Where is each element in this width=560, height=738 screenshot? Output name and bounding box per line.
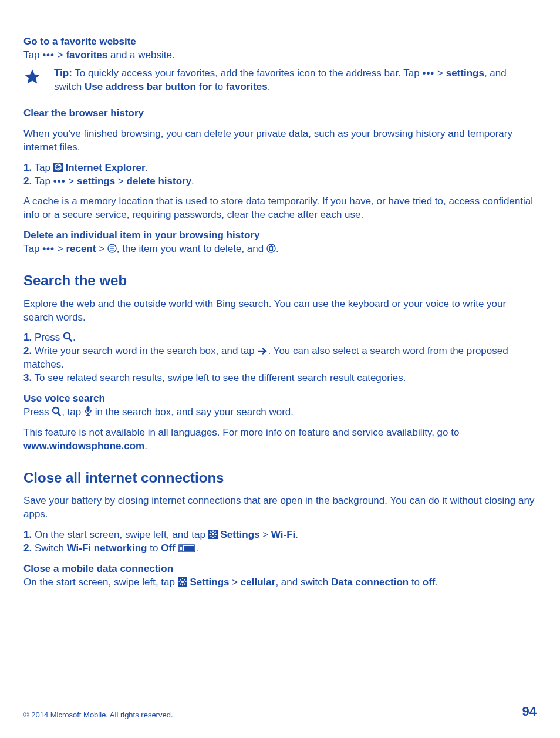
text: . [436, 577, 438, 588]
text: Tap [32, 162, 53, 173]
data-connection-label: Data connection [331, 577, 409, 588]
cellular-label: cellular [241, 577, 276, 588]
text: . [268, 81, 271, 92]
page-footer: © 2014 Microsoft Mobile. All rights rese… [23, 703, 537, 720]
off-label: Off [161, 542, 176, 554]
page-number: 94 [522, 703, 537, 720]
text: Tap [23, 49, 42, 60]
text: , tap [62, 406, 84, 417]
text: . [295, 529, 298, 540]
text: to [212, 81, 226, 92]
text: . [191, 176, 194, 187]
svg-line-17 [58, 413, 60, 416]
text: , the item you want to delete, and [117, 243, 266, 254]
settings-label: settings [77, 176, 115, 187]
svg-line-41 [184, 584, 185, 585]
text: To see related search results, swipe lef… [32, 372, 406, 383]
search-icon [52, 406, 62, 416]
text: . [276, 243, 279, 254]
select-icon [107, 244, 117, 253]
delete-item-body: Tap ••• > recent > , the item you want t… [23, 242, 537, 256]
search-web-p1: Explore the web and the outside world wi… [23, 298, 537, 325]
heading-close-connections: Close all internet connections [23, 469, 537, 487]
svg-rect-18 [87, 406, 90, 412]
text: This feature is not available in all lan… [23, 427, 459, 438]
svg-marker-0 [25, 69, 40, 83]
close-connections-p1: Save your battery by closing internet co… [23, 494, 537, 521]
text: . [195, 542, 198, 554]
text: Tap [23, 243, 42, 254]
text: Switch [32, 542, 67, 554]
text: > [55, 49, 66, 60]
heading-go-to-favorite: Go to a favorite website [23, 35, 537, 49]
go-to-favorite-body: Tap ••• > favorites and a website. [23, 49, 537, 62]
text: . [73, 332, 76, 343]
svg-point-35 [181, 581, 183, 583]
text: > [434, 68, 446, 79]
go-arrow-icon [257, 347, 268, 355]
off-label: off [423, 577, 436, 588]
toggle-off-icon [178, 544, 195, 552]
svg-line-27 [210, 532, 211, 533]
clear-history-p2: A cache is a memory location that is use… [23, 195, 537, 222]
svg-rect-4 [55, 166, 62, 167]
step-num: 1. [23, 162, 32, 173]
search-icon [63, 332, 73, 342]
ie-icon [53, 163, 63, 172]
svg-line-43 [184, 579, 185, 580]
star-icon [23, 68, 41, 86]
text: Write your search word in the search box… [32, 345, 257, 356]
text: > [55, 243, 66, 254]
text: > [229, 577, 240, 588]
favorites-label: favorites [66, 49, 107, 60]
copyright: © 2014 Microsoft Mobile. All rights rese… [23, 710, 173, 720]
svg-line-42 [180, 584, 181, 585]
settings-label: settings [446, 68, 484, 79]
svg-line-29 [210, 536, 211, 537]
svg-line-14 [69, 338, 72, 341]
settings-label: Settings [220, 529, 259, 540]
step-num: 3. [23, 372, 32, 383]
step-num: 1. [23, 529, 32, 540]
svg-line-28 [214, 536, 215, 537]
microphone-icon [84, 406, 92, 416]
text: to [147, 542, 161, 554]
svg-line-40 [180, 579, 181, 580]
voice-search-body: Press , tap in the search box, and say y… [23, 406, 537, 419]
heading-search-web: Search the web [23, 271, 537, 290]
wifi-label: Wi-Fi [271, 529, 295, 540]
heading-delete-item: Delete an individual item in your browsi… [23, 229, 537, 242]
more-icon: ••• [422, 68, 434, 79]
text: to [409, 577, 423, 588]
text: > [66, 176, 77, 187]
text: Press [23, 406, 52, 417]
delete-history-label: delete history [127, 176, 192, 187]
clear-history-p1: When you've finished browsing, you can d… [23, 127, 537, 154]
ie-label: Internet Explorer [65, 162, 145, 173]
settings-icon [178, 577, 187, 587]
tip-row: Tip: To quickly access your favorites, a… [23, 67, 537, 94]
close-connections-steps: 1. On the start screen, swipe left, and … [23, 528, 537, 555]
svg-rect-10 [269, 247, 272, 251]
step-num: 2. [23, 176, 32, 187]
text: , and switch [275, 577, 331, 588]
step-num: 2. [23, 345, 32, 356]
heading-close-mobile-data: Close a mobile data connection [23, 562, 537, 576]
more-icon: ••• [42, 49, 55, 60]
svg-point-22 [211, 533, 214, 535]
text: . [146, 162, 149, 173]
text: > [259, 529, 271, 540]
close-mobile-data-body: On the start screen, swipe left, tap Set… [23, 576, 537, 589]
search-web-steps: 1. Press . 2. Write your search word in … [23, 331, 537, 385]
heading-voice-search: Use voice search [23, 392, 537, 406]
use-address-bar-label: Use address bar button for [85, 81, 212, 92]
settings-label: Settings [190, 577, 229, 588]
favorites-label: favorites [226, 81, 268, 92]
more-icon: ••• [42, 243, 55, 254]
clear-history-steps: 1. Tap Internet Explorer. 2. Tap ••• > s… [23, 161, 537, 188]
tip-label: Tip: [54, 68, 72, 79]
text: > [115, 176, 126, 187]
heading-clear-history: Clear the browser history [23, 107, 537, 120]
svg-rect-32 [180, 546, 183, 551]
more-icon: ••• [53, 176, 66, 187]
